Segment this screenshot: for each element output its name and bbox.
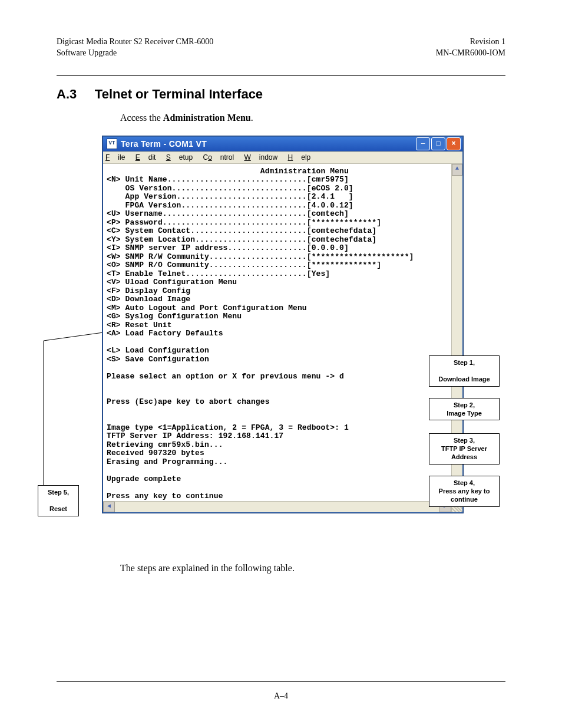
header-left-1: Digicast Media Router S2 Receiver CMR-60… (57, 37, 213, 48)
header-right-1: Revision 1 (436, 37, 505, 48)
section-number: A.3 (57, 87, 77, 101)
menu-file[interactable]: File (105, 153, 125, 162)
header-left-2: Software Upgrade (57, 48, 213, 59)
page-number: A–4 (0, 691, 562, 701)
menu-control[interactable]: Control (203, 153, 234, 162)
callout-step-2: Step 2,Image Type (429, 398, 500, 421)
maximize-button[interactable]: □ (431, 137, 445, 150)
intro-paragraph: Access the Administration Menu. (120, 113, 505, 123)
section-heading: A.3 Telnet or Terminal Interface (57, 87, 505, 102)
terminal-window: VT Tera Term - COM1 VT – □ × File Edit S… (103, 136, 463, 513)
horizontal-scrollbar[interactable]: ◀ ▶ (103, 501, 462, 512)
terminal-figure: VT Tera Term - COM1 VT – □ × File Edit S… (38, 136, 503, 549)
footer-divider (57, 681, 505, 682)
app-icon: VT (107, 139, 117, 149)
menu-edit[interactable]: Edit (135, 153, 156, 162)
callout-step-3: Step 3,TFTP IP ServerAddress (429, 433, 500, 465)
scroll-left-icon[interactable]: ◀ (103, 502, 115, 512)
header-right-2: MN-CMR6000-IOM (436, 48, 505, 59)
header-divider (57, 75, 505, 76)
terminal-text[interactable]: Administration Menu <N> Unit Name.......… (103, 164, 462, 501)
menu-help[interactable]: Help (288, 153, 311, 162)
follow-paragraph: The steps are explained in the following… (120, 563, 505, 574)
callout-step-5: Step 5,Reset (38, 485, 79, 516)
intro-prefix: Access the (120, 113, 163, 123)
callout-step-4: Step 4,Press any key tocontinue (429, 476, 500, 507)
menu-bar[interactable]: File Edit Setup Control Window Help (103, 151, 462, 164)
close-button[interactable]: × (447, 137, 461, 150)
titlebar[interactable]: VT Tera Term - COM1 VT – □ × (103, 137, 462, 151)
intro-bold: Administration Menu (163, 113, 251, 123)
window-title: Tera Term - COM1 VT (121, 139, 416, 149)
intro-suffix: . (251, 113, 253, 123)
minimize-button[interactable]: – (416, 137, 430, 150)
menu-window[interactable]: Window (244, 153, 278, 162)
menu-setup[interactable]: Setup (166, 153, 193, 162)
page-header: Digicast Media Router S2 Receiver CMR-60… (57, 37, 505, 59)
scroll-up-icon[interactable]: ▲ (452, 164, 462, 176)
section-title: Telnet or Terminal Interface (95, 87, 263, 101)
callout-step-1: Step 1,Download Image (429, 355, 500, 387)
